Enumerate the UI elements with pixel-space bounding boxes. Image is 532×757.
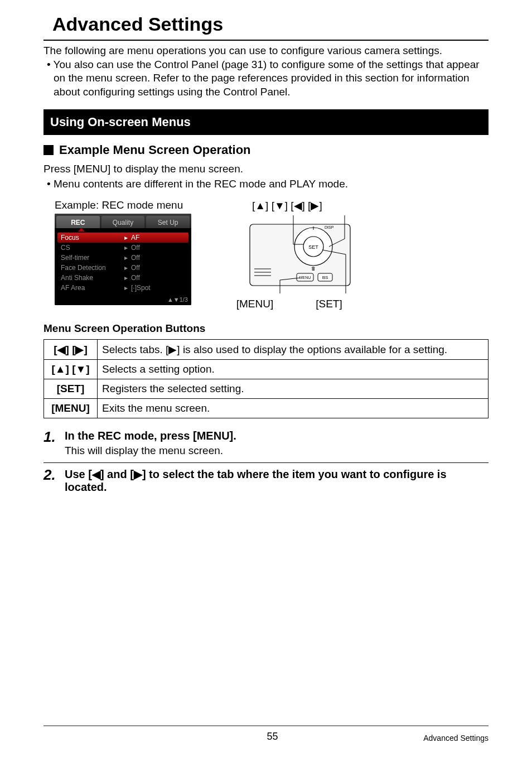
step-subtext: This will display the menu screen. [65,445,236,457]
tab-quality: Quality [101,216,145,228]
table-desc: Exits the menu screen. [98,399,489,418]
menu-row-value: AF [131,234,139,242]
menu-row-label: Face Detection [57,264,124,272]
step-number: 1. [43,430,65,457]
arrows-label: [▲] [▼] [◀] [▶] [252,199,394,212]
press-menu-line: Press [MENU] to display the menu screen. [43,162,489,176]
intro-bullet: • You also can use the Control Panel (pa… [43,58,489,99]
section-bar: Using On-screen Menus [43,109,489,135]
footer-right: Advanced Settings [423,734,489,742]
menu-row-value: Off [131,254,140,262]
step-rule [43,462,489,463]
step-number: 2. [43,467,65,494]
subhead-row: Example Menu Screen Operation [43,143,489,157]
menu-row-selftimer: Self-timer ▸ Off [57,253,188,263]
bs-btn-label: BS [322,275,328,280]
menu-row-label: Focus [57,234,124,242]
menu-footer-page: ▲▼1/3 [55,295,191,305]
step-text: Use [◀] and [▶] to select the tab where … [65,467,489,494]
page-title: Advanced Settings [52,13,489,35]
menu-row-label: Anti Shake [57,274,124,282]
menu-btn-label: MENU [299,276,311,279]
footer: 55 Advanced Settings [43,725,489,742]
tab-setup: Set Up [146,216,190,228]
control-diagram: SET DISP MENU BS 🗑 [246,213,369,296]
menu-row-focus: Focus ▸ AF [57,233,188,243]
subhead: Example Menu Screen Operation [59,143,251,157]
tab-rec: REC [56,216,100,228]
table-key: [MENU] [44,399,98,418]
contents-bullet: • Menu contents are different in the REC… [43,177,489,191]
intro-line: The following are menu operations you ca… [43,44,489,58]
set-label: SET [308,244,318,250]
menu-row-value: Off [131,244,140,252]
disp-label: DISP [325,225,334,229]
trash-icon: 🗑 [311,266,316,271]
menu-row-cs: CS ▸ Off [57,243,188,253]
table-desc: Selects tabs. [▶] is also used to displa… [98,340,489,360]
menu-row-afarea: AF Area ▸ [·]Spot [57,283,188,293]
menu-row-value: [·]Spot [131,284,151,292]
menu-row-label: AF Area [57,284,124,292]
table-key: [▲] [▼] [44,360,98,379]
menu-row-value: Off [131,264,140,272]
table-desc: Selects a setting option. [98,360,489,379]
menu-row-face: Face Detection ▸ Off [57,263,188,273]
menu-row-label: Self-timer [57,254,124,262]
menu-row-label: CS [57,244,124,252]
table-key: [SET] [44,379,98,399]
table-title: Menu Screen Operation Buttons [43,322,489,335]
diagram-set-label: [SET] [296,298,362,310]
intro-block: The following are menu operations you ca… [43,44,489,99]
step-text: In the REC mode, press [MENU]. [65,430,236,442]
table-key: [◀] [▶] [44,340,98,360]
diagram-menu-label: [MENU] [214,298,296,310]
ops-table: [◀] [▶] Selects tabs. [▶] is also used t… [43,339,489,418]
table-desc: Registers the selected setting. [98,379,489,399]
active-tab-arrow-icon [78,228,85,232]
title-rule [43,40,489,41]
menu-row-antishake: Anti Shake ▸ Off [57,273,188,283]
black-square-icon [43,145,54,155]
menu-row-value: Off [131,274,140,282]
page-number: 55 [122,731,423,742]
footer-rule [43,725,489,726]
example-label: Example: REC mode menu [55,199,205,211]
rec-menu-screenshot: REC Quality Set Up Focus ▸ AF CS ▸ Off [55,214,191,305]
